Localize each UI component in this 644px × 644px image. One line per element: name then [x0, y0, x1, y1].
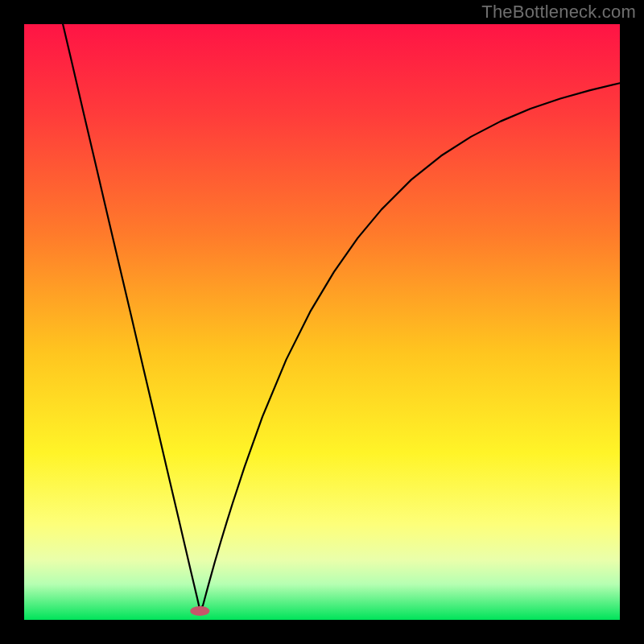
bottleneck-chart — [0, 0, 644, 644]
plot-background — [24, 24, 620, 620]
optimum-marker — [190, 606, 209, 616]
watermark: TheBottleneck.com — [481, 2, 636, 23]
chart-container: TheBottleneck.com — [0, 0, 644, 644]
